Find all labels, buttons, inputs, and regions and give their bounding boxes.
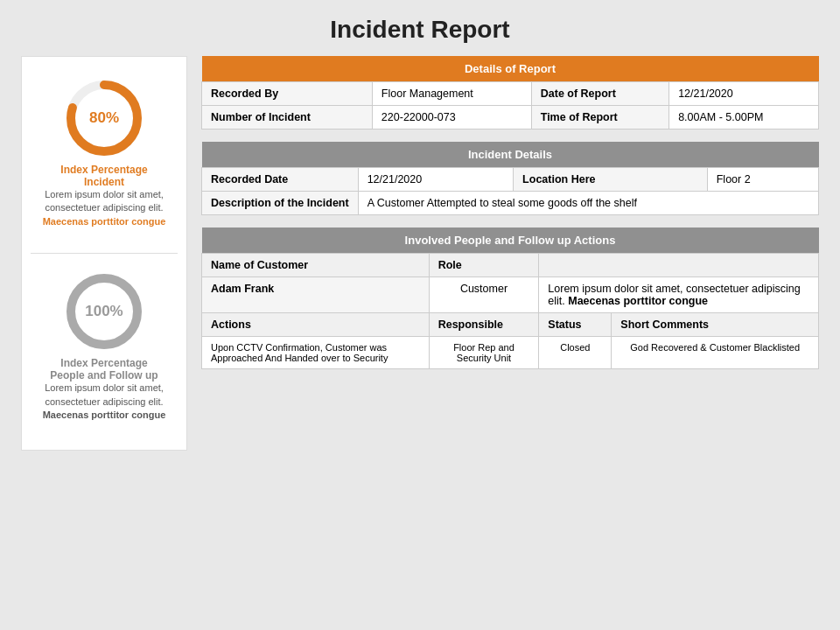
location-here-value: Floor 2 — [707, 168, 818, 192]
involved-header: Involved People and Follow up Actions — [202, 228, 819, 254]
table-row: Actions Responsible Status Short Comment… — [202, 313, 819, 337]
involved-people-table: Involved People and Follow up Actions Na… — [201, 228, 819, 369]
donut2-desc: Lorem ipsum dolor sit amet, consectetuer… — [31, 382, 178, 422]
number-of-incident-value: 220-22000-073 — [372, 106, 531, 130]
incident-details-header: Incident Details — [202, 142, 819, 168]
time-of-report-label: Time of Report — [531, 106, 668, 130]
left-panel: 80% Index Percentage Incident Lorem ipsu… — [21, 56, 187, 451]
donut2-percent: 100% — [85, 303, 122, 320]
incident-details-table: Incident Details Recorded Date 12/21/202… — [201, 142, 819, 215]
right-panel: Details of Report Recorded By Floor Mana… — [201, 56, 819, 451]
description-label: Description of the Incident — [202, 192, 359, 215]
actions-header: Actions — [202, 313, 430, 337]
donut1-percent: 80% — [89, 109, 119, 127]
status-value: Closed — [539, 337, 612, 369]
page-title: Incident Report — [0, 0, 840, 56]
description-value: A Customer Attempted to steal some goods… — [358, 192, 818, 215]
comments-header: Short Comments — [612, 313, 819, 337]
recorded-by-label: Recorded By — [202, 82, 373, 106]
responsible-header: Responsible — [429, 313, 539, 337]
comments-value: God Recovered & Customer Blacklisted — [612, 337, 819, 369]
table-row: Adam Frank Customer Lorem ipsum dolor si… — [202, 277, 819, 313]
location-here-label: Location Here — [514, 168, 708, 192]
role-header: Role — [429, 254, 539, 277]
details-of-report-table: Details of Report Recorded By Floor Mana… — [201, 56, 819, 130]
table-row: Description of the Incident A Customer A… — [202, 192, 819, 215]
recorded-date-value: 12/21/2020 — [358, 168, 513, 192]
number-of-incident-label: Number of Incident — [202, 106, 373, 130]
person-description: Lorem ipsum dolor sit amet, consectetuer… — [539, 277, 819, 313]
details-header: Details of Report — [202, 56, 819, 82]
donut1-chart: 80% — [60, 74, 148, 162]
table-row: Name of Customer Role — [202, 254, 819, 277]
divider — [31, 253, 178, 254]
donut2-container: 100% Index Percentage People and Follow … — [31, 268, 178, 427]
status-header: Status — [539, 313, 612, 337]
table-row: Number of Incident 220-22000-073 Time of… — [202, 106, 819, 130]
time-of-report-value: 8.00AM - 5.00PM — [669, 106, 819, 130]
action-value: Upon CCTV Confirmation, Customer was App… — [202, 337, 430, 369]
date-of-report-value: 12/21/2020 — [669, 82, 819, 106]
donut2-title: Index Percentage People and Follow up — [50, 357, 158, 382]
person-name: Adam Frank — [202, 277, 430, 313]
name-of-customer-header: Name of Customer — [202, 254, 430, 277]
responsible-value: Floor Rep and Security Unit — [429, 337, 539, 369]
recorded-date-label: Recorded Date — [202, 168, 359, 192]
table-row: Upon CCTV Confirmation, Customer was App… — [202, 337, 819, 369]
donut2-chart: 100% — [60, 268, 148, 355]
recorded-by-value: Floor Management — [372, 82, 531, 106]
description-header — [539, 254, 819, 277]
table-row: Recorded By Floor Management Date of Rep… — [202, 82, 819, 106]
person-role: Customer — [429, 277, 539, 313]
donut1-title: Index Percentage Incident — [60, 164, 147, 188]
donut1-desc: Lorem ipsum dolor sit amet, consectetuer… — [31, 188, 178, 228]
table-row: Recorded Date 12/21/2020 Location Here F… — [202, 168, 819, 192]
donut1-container: 80% Index Percentage Incident Lorem ipsu… — [31, 74, 178, 234]
date-of-report-label: Date of Report — [531, 82, 668, 106]
